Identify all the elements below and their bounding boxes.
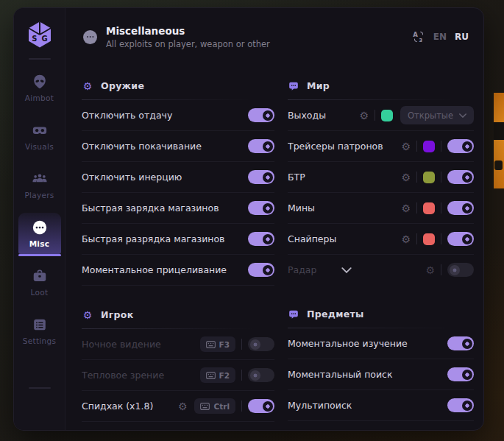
section-header-player: ⚙ Игрок (82, 297, 274, 320)
setting-label: Ночное видение (82, 339, 200, 350)
setting-label: Отключить покачивание (82, 141, 248, 152)
gear-icon[interactable]: ⚙ (178, 401, 188, 412)
translate-icon: Aз (412, 30, 425, 43)
cheat-menu-window: S G Aimbot Visuals (13, 7, 484, 431)
control-divider (416, 233, 417, 244)
color-swatch[interactable] (423, 172, 435, 183)
control-divider (441, 264, 441, 275)
setting-row: Выходы ⚙ Открытые (288, 100, 474, 131)
column-left: ⚙ Оружие Отключить отдачу Отключить пока… (82, 68, 274, 422)
toggle[interactable] (447, 170, 474, 184)
toggle[interactable] (447, 398, 474, 412)
setting-row: Моментальный поиск (288, 359, 474, 390)
toggle[interactable] (248, 263, 274, 277)
setting-label: Моментальное изучение (288, 338, 447, 349)
setting-label: Тепловое зрение (82, 370, 200, 381)
setting-label: Выходы (288, 110, 360, 121)
dropdown-select[interactable]: Открытые (400, 106, 474, 124)
setting-row: Трейсеры патронов ⚙ (288, 131, 474, 162)
toggle[interactable] (248, 232, 274, 246)
toggle[interactable] (447, 263, 474, 277)
setting-row: Спидхак (x1.8) ⚙ Ctrl (82, 391, 274, 422)
players-icon (32, 171, 48, 187)
content: ⚙ Оружие Отключить отдачу Отключить пока… (65, 55, 483, 422)
setting-label: Снайперы (288, 233, 401, 244)
sidebar-divider (29, 58, 51, 60)
ellipsis-circle-icon (32, 219, 48, 236)
sidebar-item-visuals[interactable]: Visuals (18, 116, 61, 157)
toggle[interactable] (248, 108, 274, 122)
toggle[interactable] (447, 139, 474, 153)
toggle[interactable] (447, 336, 474, 350)
section-header-world: Мир (288, 68, 474, 91)
toggle[interactable] (248, 201, 274, 215)
sidebar-item-label: Visuals (25, 142, 54, 151)
hotkey-badge[interactable]: Ctrl (194, 398, 235, 414)
hotkey-badge[interactable]: F3 (200, 336, 235, 352)
toggle[interactable] (248, 368, 274, 382)
gear-icon[interactable]: ⚙ (360, 110, 369, 121)
setting-label: Отключить инерцию (82, 172, 248, 183)
sidebar-item-aimbot[interactable]: Aimbot (18, 67, 61, 108)
lang-ru-button[interactable]: RU (455, 32, 469, 42)
control-divider (241, 339, 242, 350)
briefcase-icon (32, 268, 48, 284)
setting-row: Снайперы ⚙ (288, 224, 474, 255)
color-swatch[interactable] (423, 233, 435, 245)
toggle[interactable] (248, 337, 274, 351)
sidebar-item-misc[interactable]: Misc (18, 213, 61, 254)
sidebar-item-label: Misc (29, 239, 50, 248)
setting-row: Моментальное прицеливание (82, 255, 274, 286)
lang-en-button[interactable]: EN (433, 32, 447, 42)
page-subtitle: All exploits on player, weapon or other (106, 39, 270, 49)
sidebar-item-label: Aimbot (25, 94, 54, 102)
main-panel: Miscellaneous All exploits on player, we… (65, 8, 483, 430)
column-right: Мир Выходы ⚙ Открытые Трей (288, 68, 474, 422)
sidebar-item-players[interactable]: Players (18, 164, 61, 205)
section-header-weapon: ⚙ Оружие (82, 68, 274, 91)
color-swatch[interactable] (381, 110, 393, 121)
keyboard-icon (206, 372, 216, 379)
sidebar-item-label: Loot (31, 288, 49, 297)
setting-row: Быстрая разрядка магазинов (82, 224, 274, 255)
color-swatch[interactable] (423, 141, 435, 152)
color-swatch[interactable] (423, 202, 435, 214)
toggle[interactable] (447, 201, 474, 215)
toggle[interactable] (447, 367, 474, 381)
gear-icon[interactable]: ⚙ (401, 141, 411, 152)
setting-row: Моментальное изучение (288, 328, 474, 359)
sidebar-item-loot[interactable]: Loot (18, 261, 61, 303)
control-divider (416, 141, 417, 152)
setting-label: Радар (288, 264, 316, 275)
toggle[interactable] (447, 232, 474, 246)
control-divider (416, 202, 417, 214)
toggle[interactable] (248, 139, 274, 153)
setting-row: Радар ⚙ (288, 255, 474, 285)
chevron-down-icon[interactable] (341, 267, 352, 273)
setting-label: Моментальное прицеливание (82, 264, 248, 275)
section-title: Мир (307, 80, 330, 91)
svg-text:A: A (413, 31, 418, 38)
hotkey-label: F2 (219, 371, 230, 380)
section-title: Оружие (101, 80, 144, 91)
sidebar-divider (29, 387, 51, 389)
setting-row: Отключить инерцию (82, 162, 274, 193)
sidebar: S G Aimbot Visuals (14, 8, 65, 430)
app-logo-icon: S G (24, 20, 55, 49)
gear-icon[interactable]: ⚙ (401, 234, 411, 244)
setting-label: Мины (288, 202, 401, 214)
list-settings-icon (32, 317, 48, 333)
hotkey-badge[interactable]: F2 (200, 367, 235, 383)
toggle[interactable] (248, 399, 274, 413)
vr-goggles-icon (32, 122, 48, 138)
keyboard-icon (206, 341, 216, 348)
ellipsis-avatar-icon (83, 30, 97, 44)
gear-icon[interactable]: ⚙ (401, 172, 411, 183)
logo-letter-s: S (32, 35, 37, 43)
setting-label: Спидхак (x1.8) (82, 401, 178, 412)
sidebar-item-settings[interactable]: Settings (18, 310, 61, 351)
gear-icon[interactable]: ⚙ (401, 203, 411, 214)
header: Miscellaneous All exploits on player, we… (65, 8, 483, 55)
toggle[interactable] (248, 170, 274, 184)
gear-icon[interactable]: ⚙ (425, 265, 435, 275)
